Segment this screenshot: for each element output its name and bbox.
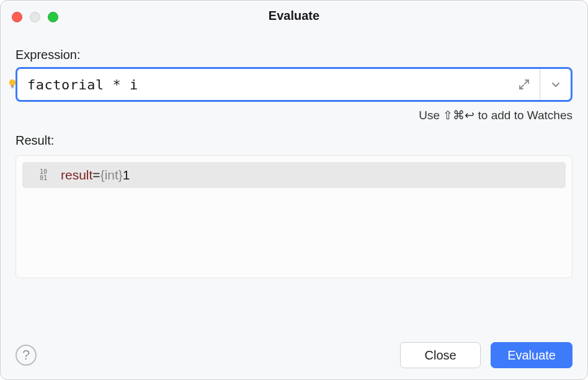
expression-text: factorial * i	[27, 77, 509, 93]
svg-rect-1	[11, 86, 14, 87]
hint-text: Use ⇧⌘↩ to add to Watches	[16, 108, 572, 122]
svg-rect-2	[11, 88, 14, 88]
result-value: 1	[123, 168, 130, 183]
help-button[interactable]: ?	[16, 345, 37, 366]
expand-icon[interactable]	[509, 69, 540, 100]
content-area: Expression: factorial * i	[1, 30, 587, 331]
window-close-button[interactable]	[12, 12, 22, 22]
evaluate-button[interactable]: Evaluate	[491, 342, 572, 368]
close-button[interactable]: Close	[400, 342, 481, 368]
lightbulb-icon[interactable]	[7, 79, 18, 90]
result-variable-name: result	[61, 168, 92, 183]
binary-icon: 1001	[40, 169, 53, 181]
result-equals: =	[92, 168, 100, 183]
expression-input[interactable]: factorial * i	[16, 67, 572, 102]
window-maximize-button[interactable]	[48, 12, 58, 22]
window-title: Evaluate	[1, 9, 587, 23]
result-row[interactable]: 1001 result = {int} 1	[22, 162, 566, 188]
evaluate-dialog: Evaluate Expression: factorial * i	[0, 0, 588, 380]
footer: ? Close Evaluate	[1, 331, 587, 379]
svg-point-0	[9, 79, 16, 86]
expression-label: Expression:	[16, 48, 572, 62]
history-dropdown-icon[interactable]	[540, 69, 571, 100]
result-label: Result:	[16, 133, 572, 148]
result-panel: 1001 result = {int} 1	[16, 155, 572, 278]
window-controls	[12, 12, 58, 22]
titlebar: Evaluate	[1, 1, 587, 30]
expression-field-wrapper: factorial * i	[16, 67, 572, 102]
window-minimize-button[interactable]	[30, 12, 40, 22]
result-type: {int}	[100, 168, 123, 183]
